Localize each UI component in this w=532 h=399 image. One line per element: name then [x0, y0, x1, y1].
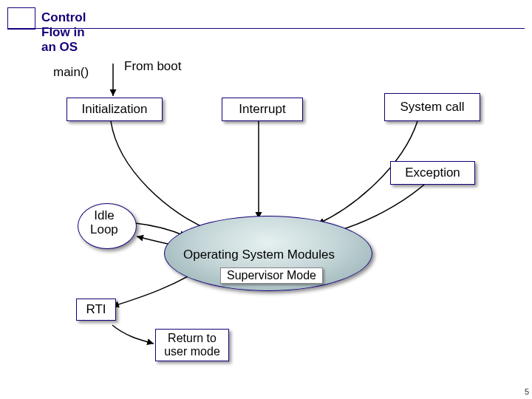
title-underline [7, 28, 525, 29]
rti-node: RTI [76, 299, 116, 321]
interrupt-node: Interrupt [222, 98, 303, 121]
idle-loop-label: Idle Loop [90, 209, 118, 236]
arrow-layer [0, 0, 532, 399]
system-call-node: System call [384, 93, 480, 121]
os-modules-label: Operating System Modules [183, 248, 335, 262]
supervisor-mode-box: Supervisor Mode [220, 267, 323, 284]
exception-node: Exception [390, 161, 475, 185]
from-boot-label: From boot [124, 59, 181, 74]
main-label: main() [53, 65, 89, 80]
page-number: 5 [525, 387, 529, 396]
slide-title: Control Flow in an OS [41, 10, 86, 55]
title-bullet-box [7, 7, 35, 30]
initialization-node: Initialization [66, 98, 163, 121]
return-user-node: Return to user mode [155, 329, 229, 361]
